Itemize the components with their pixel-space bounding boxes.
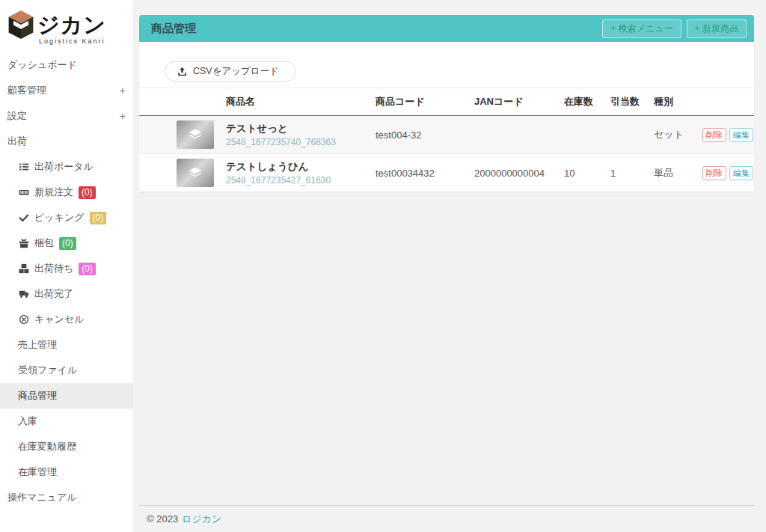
sidebar-item-settings[interactable]: 設定+ — [0, 103, 133, 129]
allocated-qty: 1 — [606, 154, 649, 192]
package-icon — [18, 238, 29, 249]
sidebar-item-label: 売上管理 — [18, 338, 57, 352]
footer-brand-link[interactable]: ロジカン — [182, 513, 221, 526]
sidebar-item-customers[interactable]: 顧客管理+ — [0, 78, 133, 103]
boxes-icon — [18, 263, 29, 275]
page-title: 商品管理 — [151, 22, 196, 36]
col-header-name: 商品名 — [221, 88, 371, 116]
main-area: 商品管理 + 検索メニュー + 新規商品 CSVをアップロード — [133, 0, 766, 532]
cube-logo-icon — [6, 9, 36, 40]
delete-button[interactable]: 削除 — [702, 166, 726, 180]
svg-text:NEW: NEW — [19, 191, 28, 195]
product-id-link[interactable]: 2548_1677235740_768363 — [226, 137, 367, 147]
col-header-type: 種別 — [649, 88, 698, 116]
sidebar-item-stock[interactable]: 在庫管理 — [0, 459, 133, 485]
sidebar-item-label: 出荷 — [7, 135, 27, 148]
sidebar-item-shipping[interactable]: 出荷 — [0, 129, 133, 154]
count-badge: (0) — [79, 263, 96, 275]
product-name: テストせっと — [226, 122, 367, 135]
col-header-jan: JANコード — [470, 88, 560, 116]
products-card: CSVをアップロード 商品名 商品コード JANコード 在庫数 引当数 — [139, 42, 754, 192]
sidebar-item-label: 操作マニュアル — [7, 491, 77, 504]
sidebar-item-manual[interactable]: 操作マニュアル — [0, 485, 133, 510]
stock-qty — [560, 116, 606, 154]
product-type: 単品 — [649, 154, 698, 192]
sidebar-item-label: 新規注文 — [34, 186, 73, 199]
layers-icon — [187, 126, 203, 143]
jan-code: 2000000000004 — [470, 154, 560, 192]
brand-subtitle: Logistics Kanri — [39, 37, 127, 45]
sidebar-item-label: 梱包 — [34, 236, 54, 250]
sidebar-item-picking[interactable]: ピッキング(0) — [0, 205, 133, 230]
sidebar-item-label: ダッシュボード — [7, 58, 77, 72]
brand-title: ジカン — [37, 9, 106, 40]
sidebar-item-label: 在庫変動履歴 — [18, 440, 76, 453]
stock-qty: 10 — [560, 154, 606, 192]
sidebar-item-label: キャンセル — [34, 313, 85, 326]
content-spacer — [139, 192, 754, 505]
product-thumbnail — [177, 120, 214, 149]
sidebar-item-awaiting-shipment[interactable]: 出荷待ち(0) — [0, 256, 133, 281]
sidebar-item-label: 出荷待ち — [34, 262, 73, 275]
csv-toolbar: CSVをアップロード — [139, 42, 754, 88]
footer: © 2023 ロジカン — [139, 505, 754, 532]
col-header-image — [139, 88, 221, 116]
count-badge: (0) — [59, 237, 76, 250]
sidebar-nav: ダッシュボード顧客管理+設定+出荷出荷ポータルNEW新規注文(0)ピッキング(0… — [0, 52, 133, 510]
sidebar-item-shipping-portal[interactable]: 出荷ポータル — [0, 154, 133, 180]
col-header-code: 商品コード — [371, 88, 470, 116]
expand-plus-icon[interactable]: + — [120, 85, 126, 97]
truck-icon — [18, 289, 29, 300]
new-product-button[interactable]: + 新規商品 — [687, 19, 747, 38]
products-table: 商品名 商品コード JANコード 在庫数 引当数 種別 テストせっと2548_1… — [139, 88, 754, 192]
edit-button[interactable]: 編集 — [729, 128, 753, 142]
search-menu-button[interactable]: + 検索メニュー — [602, 19, 681, 38]
sidebar-item-dashboard[interactable]: ダッシュボード — [0, 52, 133, 78]
sidebar-item-inbound[interactable]: 入庫 — [0, 409, 133, 434]
page-header-bar: 商品管理 + 検索メニュー + 新規商品 — [139, 15, 754, 42]
sidebar-item-label: 受領ファイル — [18, 364, 77, 377]
product-id-link[interactable]: 2548_1677235427_61630 — [226, 175, 367, 186]
csv-upload-button[interactable]: CSVをアップロード — [165, 61, 296, 82]
delete-button[interactable]: 削除 — [702, 128, 726, 142]
sidebar-item-label: 設定 — [7, 109, 27, 123]
count-badge: (0) — [79, 186, 96, 199]
product-code: test00034432 — [371, 154, 470, 192]
sidebar-item-label: 顧客管理 — [7, 84, 46, 97]
sidebar-item-label: ピッキング — [34, 211, 85, 224]
new-order-icon: NEW — [18, 187, 29, 198]
sidebar-item-label: 出荷完了 — [34, 287, 73, 301]
app-root: ジカン Logistics Kanri ダッシュボード顧客管理+設定+出荷出荷ポ… — [0, 0, 766, 532]
app-logo[interactable]: ジカン Logistics Kanri — [0, 0, 133, 46]
copyright-text: © 2023 — [147, 513, 178, 525]
list-icon — [18, 162, 29, 173]
table-row: テストしょうひん2548_1677235427_61630test0003443… — [139, 154, 754, 192]
sidebar-item-cancel[interactable]: キャンセル — [0, 307, 133, 332]
count-badge: (0) — [90, 212, 107, 224]
sidebar-item-packing[interactable]: 梱包(0) — [0, 230, 133, 256]
header-actions: + 検索メニュー + 新規商品 — [602, 19, 747, 38]
sidebar-item-sales[interactable]: 売上管理 — [0, 332, 133, 358]
table-row: テストせっと2548_1677235740_768363test004-32セッ… — [139, 116, 754, 154]
csv-upload-label: CSVをアップロード — [193, 65, 279, 78]
sidebar-item-products[interactable]: 商品管理 — [0, 383, 133, 409]
layers-icon — [187, 165, 203, 181]
sidebar-item-receipt-files[interactable]: 受領ファイル — [0, 358, 133, 383]
upload-icon — [177, 67, 187, 76]
sidebar-item-label: 出荷ポータル — [34, 160, 94, 174]
sidebar-item-label: 入庫 — [18, 415, 37, 428]
table-header-row: 商品名 商品コード JANコード 在庫数 引当数 種別 — [139, 88, 754, 116]
col-header-stock: 在庫数 — [560, 88, 606, 116]
sidebar-item-stock-history[interactable]: 在庫変動履歴 — [0, 434, 133, 459]
sidebar-item-label: 商品管理 — [18, 389, 57, 403]
sidebar-item-label: 在庫管理 — [18, 465, 57, 479]
cancel-icon — [18, 314, 29, 325]
sidebar-item-new-orders[interactable]: NEW新規注文(0) — [0, 180, 133, 205]
sidebar-item-shipped[interactable]: 出荷完了 — [0, 281, 133, 307]
product-thumbnail — [177, 159, 214, 187]
edit-button[interactable]: 編集 — [729, 166, 753, 180]
jan-code — [470, 116, 560, 154]
allocated-qty — [606, 116, 649, 154]
product-name: テストしょうひん — [226, 160, 367, 174]
expand-plus-icon[interactable]: + — [120, 110, 126, 122]
